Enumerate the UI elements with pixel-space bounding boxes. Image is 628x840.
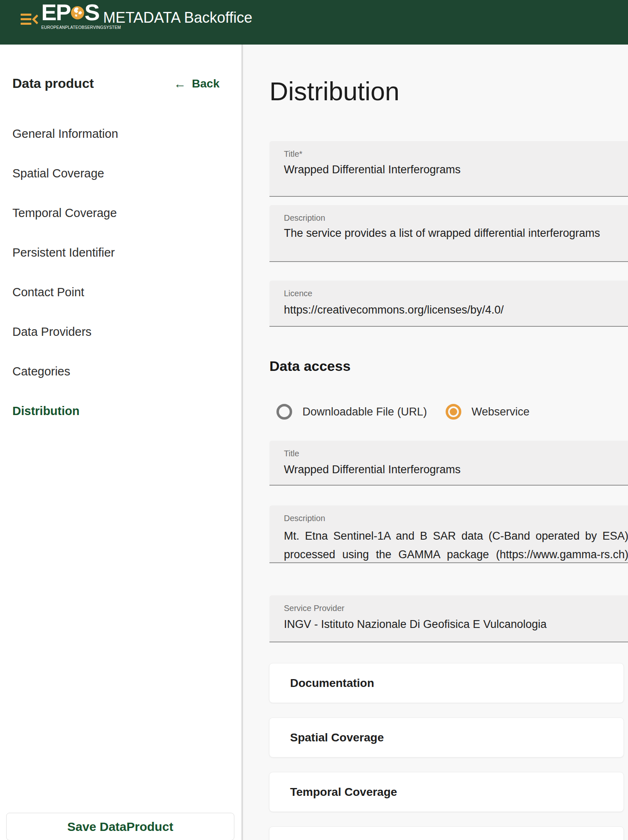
licence-field-label: Licence bbox=[284, 289, 628, 298]
webservice-title-value: Wrapped Differential Interferograms bbox=[284, 463, 628, 476]
panel-temporal-coverage-label: Temporal Coverage bbox=[290, 786, 397, 799]
sidebar-item-spatial-coverage[interactable]: Spatial Coverage bbox=[12, 153, 219, 193]
data-access-heading: Data access bbox=[269, 358, 351, 374]
sidebar-item-contact-point[interactable]: Contact Point bbox=[12, 272, 219, 312]
collapse-menu-icon[interactable] bbox=[21, 12, 39, 26]
webservice-title-field[interactable]: Title Wrapped Differential Interferogram… bbox=[269, 441, 628, 486]
menu-bar bbox=[21, 14, 31, 16]
panel-documentation[interactable]: Documentation bbox=[269, 663, 624, 703]
sidebar-header: Data product ← Back bbox=[12, 76, 227, 91]
menu-bar bbox=[21, 23, 31, 25]
sidebar-item-data-providers[interactable]: Data Providers bbox=[12, 312, 219, 352]
chevron-left-icon bbox=[32, 14, 38, 24]
epos-globe-icon bbox=[71, 3, 84, 22]
service-provider-value: INGV - Istituto Nazionale Di Geofisica E… bbox=[284, 618, 628, 631]
service-provider-field[interactable]: Service Provider INGV - Istituto Naziona… bbox=[269, 595, 628, 642]
panel-partial[interactable] bbox=[269, 826, 624, 840]
licence-field[interactable]: Licence https://creativecommons.org/lice… bbox=[269, 281, 628, 327]
page: EP S EUROPEANPLATEOBSERVINGSYSTEM METADA… bbox=[0, 0, 628, 840]
title-field-label: Title* bbox=[284, 149, 628, 159]
back-label: Back bbox=[192, 77, 220, 90]
webservice-description-field[interactable]: Description Mt. Etna Sentinel-1A and B S… bbox=[269, 505, 628, 563]
app-title: METADATA Backoffice bbox=[103, 9, 252, 26]
sidebar-item-persistent-identifier[interactable]: Persistent Identifier bbox=[12, 233, 219, 272]
sidebar: Data product ← Back General Information … bbox=[0, 45, 241, 840]
title-field[interactable]: Title* Wrapped Differential Interferogra… bbox=[269, 141, 628, 197]
radio-downloadable-file[interactable]: Downloadable File (URL) bbox=[269, 404, 427, 420]
app-header: EP S EUROPEANPLATEOBSERVINGSYSTEM METADA… bbox=[0, 0, 628, 45]
description-field[interactable]: Description The service provides a list … bbox=[269, 205, 628, 262]
sidebar-item-general-information[interactable]: General Information bbox=[12, 114, 219, 153]
webservice-title-label: Title bbox=[284, 449, 628, 458]
panel-spatial-coverage[interactable]: Spatial Coverage bbox=[269, 717, 624, 757]
logo-text-s: S bbox=[85, 0, 99, 26]
radio-selected-icon[interactable] bbox=[446, 404, 461, 420]
epos-logo: EP S EUROPEANPLATEOBSERVINGSYSTEM bbox=[41, 0, 99, 30]
webservice-description-line2: processed using the GAMMA package (https… bbox=[284, 545, 628, 564]
back-arrow-icon: ← bbox=[174, 77, 186, 91]
logo-subtitle: EUROPEANPLATEOBSERVINGSYSTEM bbox=[41, 25, 99, 30]
description-field-value: The service provides a list of wrapped d… bbox=[284, 227, 628, 240]
data-access-radio-group: Downloadable File (URL) Webservice bbox=[269, 403, 529, 421]
webservice-description-line1: Mt. Etna Sentinel-1A and B SAR data (C-B… bbox=[284, 527, 628, 545]
save-dataproduct-button[interactable]: Save DataProduct bbox=[6, 813, 234, 840]
sidebar-item-distribution[interactable]: Distribution bbox=[12, 391, 219, 431]
logo-text-ep: EP bbox=[41, 0, 71, 26]
panel-temporal-coverage[interactable]: Temporal Coverage bbox=[269, 772, 624, 812]
radio-webservice-label: Webservice bbox=[472, 406, 530, 418]
description-field-label: Description bbox=[284, 213, 628, 223]
panel-spatial-coverage-label: Spatial Coverage bbox=[290, 731, 384, 744]
radio-downloadable-file-label: Downloadable File (URL) bbox=[302, 406, 427, 418]
radio-unselected-icon[interactable] bbox=[276, 404, 292, 420]
sidebar-title: Data product bbox=[12, 76, 94, 91]
webservice-description-label: Description bbox=[284, 514, 628, 523]
licence-field-value: https://creativecommons.org/licenses/by/… bbox=[284, 304, 628, 316]
radio-webservice[interactable]: Webservice bbox=[427, 404, 530, 420]
panel-documentation-label: Documentation bbox=[290, 677, 374, 690]
sidebar-item-categories[interactable]: Categories bbox=[12, 352, 219, 391]
page-title: Distribution bbox=[269, 76, 399, 106]
service-provider-label: Service Provider bbox=[284, 604, 628, 613]
title-field-value: Wrapped Differential Interferograms bbox=[284, 163, 628, 176]
sidebar-nav: General Information Spatial Coverage Tem… bbox=[12, 114, 219, 431]
sidebar-item-temporal-coverage[interactable]: Temporal Coverage bbox=[12, 193, 219, 233]
menu-bar bbox=[21, 18, 31, 20]
back-button[interactable]: ← Back bbox=[174, 77, 220, 91]
